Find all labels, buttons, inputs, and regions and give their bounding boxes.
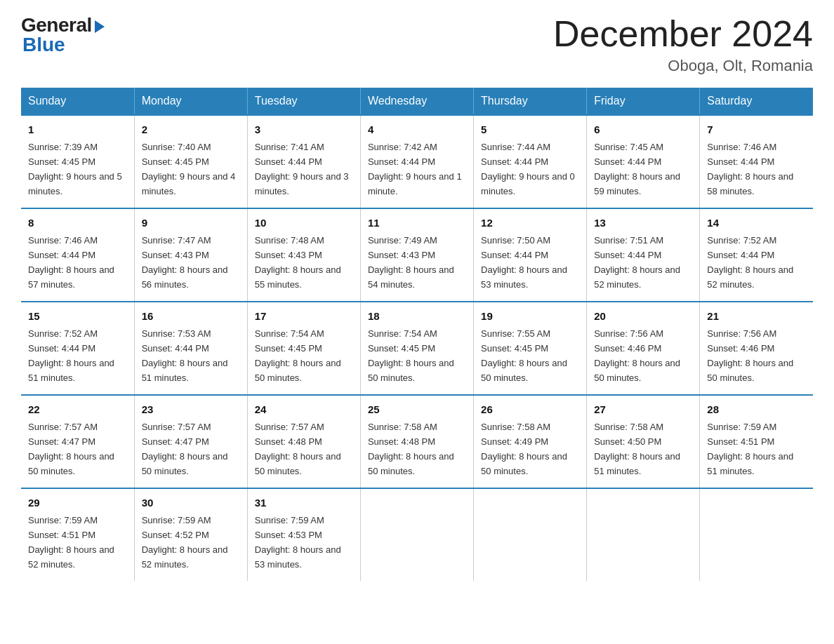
- day-number: 11: [368, 215, 466, 231]
- calendar-day-cell: 12Sunrise: 7:50 AMSunset: 4:44 PMDayligh…: [474, 208, 587, 302]
- calendar-day-cell: [474, 488, 587, 581]
- day-number: 21: [707, 308, 806, 324]
- day-info: Sunrise: 7:57 AMSunset: 4:47 PMDaylight:…: [28, 422, 114, 476]
- calendar-day-cell: 22Sunrise: 7:57 AMSunset: 4:47 PMDayligh…: [21, 395, 134, 488]
- day-info: Sunrise: 7:59 AMSunset: 4:51 PMDaylight:…: [28, 515, 114, 570]
- calendar-day-cell: 11Sunrise: 7:49 AMSunset: 4:43 PMDayligh…: [360, 208, 473, 302]
- day-info: Sunrise: 7:51 AMSunset: 4:44 PMDaylight:…: [594, 235, 680, 290]
- day-info: Sunrise: 7:56 AMSunset: 4:46 PMDaylight:…: [594, 328, 680, 383]
- calendar-column-header: Monday: [134, 88, 247, 115]
- calendar-day-cell: 17Sunrise: 7:54 AMSunset: 4:45 PMDayligh…: [247, 302, 360, 395]
- calendar-day-cell: 24Sunrise: 7:57 AMSunset: 4:48 PMDayligh…: [247, 395, 360, 488]
- day-info: Sunrise: 7:53 AMSunset: 4:44 PMDaylight:…: [142, 328, 228, 383]
- calendar-body: 1Sunrise: 7:39 AMSunset: 4:45 PMDaylight…: [21, 115, 813, 581]
- day-info: Sunrise: 7:50 AMSunset: 4:44 PMDaylight:…: [481, 235, 567, 290]
- calendar-week-row: 29Sunrise: 7:59 AMSunset: 4:51 PMDayligh…: [21, 488, 813, 581]
- day-number: 19: [481, 308, 579, 324]
- day-info: Sunrise: 7:57 AMSunset: 4:47 PMDaylight:…: [142, 422, 228, 476]
- day-number: 28: [707, 401, 806, 417]
- logo-arrow-icon: [95, 20, 105, 33]
- day-number: 4: [368, 121, 466, 137]
- calendar-day-cell: 26Sunrise: 7:58 AMSunset: 4:49 PMDayligh…: [474, 395, 587, 488]
- day-number: 3: [255, 121, 353, 137]
- calendar-day-cell: 30Sunrise: 7:59 AMSunset: 4:52 PMDayligh…: [134, 488, 247, 581]
- logo: General Blue: [21, 14, 105, 56]
- day-number: 16: [142, 308, 240, 324]
- day-info: Sunrise: 7:46 AMSunset: 4:44 PMDaylight:…: [28, 235, 114, 290]
- calendar-day-cell: 10Sunrise: 7:48 AMSunset: 4:43 PMDayligh…: [247, 208, 360, 302]
- calendar-column-header: Tuesday: [247, 88, 360, 115]
- calendar-column-header: Thursday: [474, 88, 587, 115]
- day-number: 20: [594, 308, 692, 324]
- calendar-week-row: 22Sunrise: 7:57 AMSunset: 4:47 PMDayligh…: [21, 395, 813, 488]
- calendar-day-cell: [360, 488, 473, 581]
- calendar-week-row: 1Sunrise: 7:39 AMSunset: 4:45 PMDaylight…: [21, 115, 813, 208]
- day-number: 25: [368, 401, 466, 417]
- day-number: 31: [255, 495, 353, 511]
- calendar-column-header: Wednesday: [360, 88, 473, 115]
- day-info: Sunrise: 7:40 AMSunset: 4:45 PMDaylight:…: [142, 142, 236, 196]
- day-number: 7: [707, 121, 806, 137]
- calendar-day-cell: 29Sunrise: 7:59 AMSunset: 4:51 PMDayligh…: [21, 488, 134, 581]
- day-info: Sunrise: 7:59 AMSunset: 4:53 PMDaylight:…: [255, 515, 341, 570]
- day-number: 17: [255, 308, 353, 324]
- day-number: 13: [594, 215, 692, 231]
- day-number: 26: [481, 401, 579, 417]
- calendar-day-cell: 18Sunrise: 7:54 AMSunset: 4:45 PMDayligh…: [360, 302, 473, 395]
- calendar-day-cell: 31Sunrise: 7:59 AMSunset: 4:53 PMDayligh…: [247, 488, 360, 581]
- day-info: Sunrise: 7:58 AMSunset: 4:49 PMDaylight:…: [481, 422, 567, 476]
- calendar-header-row: SundayMondayTuesdayWednesdayThursdayFrid…: [21, 88, 813, 115]
- day-info: Sunrise: 7:42 AMSunset: 4:44 PMDaylight:…: [368, 142, 462, 196]
- month-title: December 2024: [553, 14, 813, 54]
- calendar-day-cell: 6Sunrise: 7:45 AMSunset: 4:44 PMDaylight…: [587, 115, 700, 208]
- calendar-day-cell: 19Sunrise: 7:55 AMSunset: 4:45 PMDayligh…: [474, 302, 587, 395]
- calendar-day-cell: 14Sunrise: 7:52 AMSunset: 4:44 PMDayligh…: [700, 208, 813, 302]
- day-number: 18: [368, 308, 466, 324]
- calendar-day-cell: 7Sunrise: 7:46 AMSunset: 4:44 PMDaylight…: [700, 115, 813, 208]
- calendar-day-cell: 23Sunrise: 7:57 AMSunset: 4:47 PMDayligh…: [134, 395, 247, 488]
- day-number: 24: [255, 401, 353, 417]
- calendar-day-cell: 4Sunrise: 7:42 AMSunset: 4:44 PMDaylight…: [360, 115, 473, 208]
- day-number: 5: [481, 121, 579, 137]
- calendar-day-cell: [587, 488, 700, 581]
- calendar-day-cell: 8Sunrise: 7:46 AMSunset: 4:44 PMDaylight…: [21, 208, 134, 302]
- title-block: December 2024 Oboga, Olt, Romania: [553, 14, 813, 75]
- calendar-week-row: 8Sunrise: 7:46 AMSunset: 4:44 PMDaylight…: [21, 208, 813, 302]
- day-number: 9: [142, 215, 240, 231]
- calendar-day-cell: 9Sunrise: 7:47 AMSunset: 4:43 PMDaylight…: [134, 208, 247, 302]
- day-info: Sunrise: 7:57 AMSunset: 4:48 PMDaylight:…: [255, 422, 341, 476]
- day-number: 8: [28, 215, 127, 231]
- day-info: Sunrise: 7:39 AMSunset: 4:45 PMDaylight:…: [28, 142, 122, 196]
- day-number: 2: [142, 121, 240, 137]
- day-info: Sunrise: 7:52 AMSunset: 4:44 PMDaylight:…: [707, 235, 793, 290]
- calendar-week-row: 15Sunrise: 7:52 AMSunset: 4:44 PMDayligh…: [21, 302, 813, 395]
- calendar-column-header: Sunday: [21, 88, 134, 115]
- logo-blue-text: Blue: [22, 34, 65, 56]
- calendar-day-cell: 5Sunrise: 7:44 AMSunset: 4:44 PMDaylight…: [474, 115, 587, 208]
- calendar-column-header: Friday: [587, 88, 700, 115]
- day-info: Sunrise: 7:54 AMSunset: 4:45 PMDaylight:…: [255, 328, 341, 383]
- day-number: 12: [481, 215, 579, 231]
- day-number: 27: [594, 401, 692, 417]
- day-info: Sunrise: 7:52 AMSunset: 4:44 PMDaylight:…: [28, 328, 114, 383]
- calendar-day-cell: 1Sunrise: 7:39 AMSunset: 4:45 PMDaylight…: [21, 115, 134, 208]
- day-info: Sunrise: 7:55 AMSunset: 4:45 PMDaylight:…: [481, 328, 567, 383]
- day-info: Sunrise: 7:47 AMSunset: 4:43 PMDaylight:…: [142, 235, 228, 290]
- location-label: Oboga, Olt, Romania: [553, 57, 813, 75]
- calendar-table: SundayMondayTuesdayWednesdayThursdayFrid…: [21, 88, 813, 581]
- calendar-day-cell: [700, 488, 813, 581]
- calendar-day-cell: 2Sunrise: 7:40 AMSunset: 4:45 PMDaylight…: [134, 115, 247, 208]
- day-info: Sunrise: 7:41 AMSunset: 4:44 PMDaylight:…: [255, 142, 349, 196]
- day-info: Sunrise: 7:49 AMSunset: 4:43 PMDaylight:…: [368, 235, 454, 290]
- calendar-column-header: Saturday: [700, 88, 813, 115]
- day-number: 23: [142, 401, 240, 417]
- day-info: Sunrise: 7:46 AMSunset: 4:44 PMDaylight:…: [707, 142, 793, 196]
- day-info: Sunrise: 7:48 AMSunset: 4:43 PMDaylight:…: [255, 235, 341, 290]
- calendar-day-cell: 21Sunrise: 7:56 AMSunset: 4:46 PMDayligh…: [700, 302, 813, 395]
- day-number: 29: [28, 495, 127, 511]
- day-number: 14: [707, 215, 806, 231]
- calendar-day-cell: 13Sunrise: 7:51 AMSunset: 4:44 PMDayligh…: [587, 208, 700, 302]
- calendar-day-cell: 28Sunrise: 7:59 AMSunset: 4:51 PMDayligh…: [700, 395, 813, 488]
- calendar-day-cell: 15Sunrise: 7:52 AMSunset: 4:44 PMDayligh…: [21, 302, 134, 395]
- calendar-day-cell: 25Sunrise: 7:58 AMSunset: 4:48 PMDayligh…: [360, 395, 473, 488]
